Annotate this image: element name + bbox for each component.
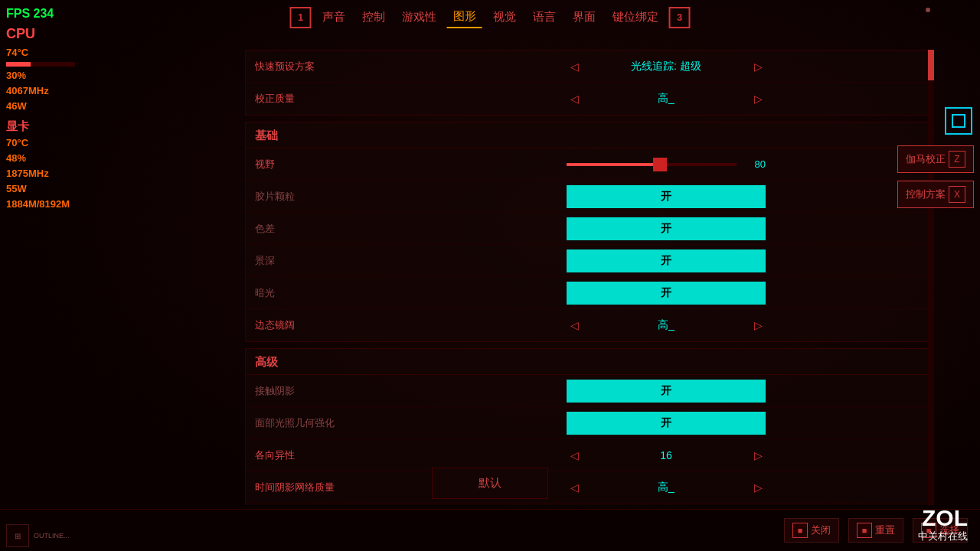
gpu-temp: 70°C — [6, 135, 75, 151]
bottom-hud-text: ⊞ — [15, 532, 21, 540]
ao-quality-label: 时间阴影网络质量 — [255, 481, 408, 494]
nav-box-1[interactable]: 1 — [290, 7, 312, 28]
quick-preset-value: 光线追踪: 超级 — [590, 60, 743, 73]
fov-label: 视野 — [255, 158, 408, 171]
nav-graphics[interactable]: 图形 — [447, 6, 482, 28]
dof-label: 景深 — [255, 254, 408, 268]
film-grain-label: 胶片颗粒 — [255, 190, 408, 204]
top-navigation: 1 声音 控制 游戏性 图形 视觉 语言 界面 键位绑定 3 — [290, 6, 691, 28]
close-label: 关闭 — [811, 523, 831, 537]
scrollbar[interactable] — [928, 50, 934, 505]
control-label: 控制方案 — [906, 187, 946, 201]
zol-logo: ZOL 中关村在线 — [918, 507, 968, 543]
close-key: ■ — [792, 523, 808, 538]
ao-quality-row: 时间阴影网络质量 ◁ 高_ ▷ — [246, 471, 933, 504]
cpu-usage: 30% — [6, 68, 75, 83]
reset-key: ■ — [857, 523, 872, 538]
bottom-bar: ⊞ OUTLINE... ■ 关闭 ■ 重置 ■ 选择 — [0, 509, 980, 551]
mini-box-inner — [952, 114, 965, 128]
scroll-thumb[interactable] — [928, 50, 934, 80]
bottom-hud: ⊞ OUTLINE... — [6, 524, 70, 547]
nav-box-3[interactable]: 3 — [669, 7, 691, 28]
vignette-control: 开 — [408, 282, 924, 305]
gpu-power: 55W — [6, 181, 75, 197]
quick-preset-control: ◁ 光线追踪: 超级 ▷ — [408, 60, 924, 73]
cpu-label: CPU — [6, 24, 75, 45]
cpu-bar — [6, 62, 75, 67]
basic-section: 基础 视野 80 胶片颗粒 开 — [245, 122, 934, 342]
quick-preset-left[interactable]: ◁ — [567, 60, 582, 73]
anisotropic-left[interactable]: ◁ — [567, 449, 582, 461]
calibration-selector: ◁ 高_ ▷ — [567, 92, 766, 106]
ao-quality-right[interactable]: ▷ — [750, 481, 766, 494]
gpu-label: 显卡 — [6, 117, 75, 135]
vignette-label: 暗光 — [255, 286, 408, 300]
contact-shadows-toggle[interactable]: 开 — [567, 380, 766, 403]
film-grain-row: 胶片颗粒 开 — [246, 181, 933, 213]
advanced-section-header: 高级 — [246, 349, 933, 375]
fov-control: 80 — [408, 158, 924, 170]
lens-flare-label: 边态镜阔 — [255, 318, 408, 332]
lens-flare-right[interactable]: ▷ — [750, 319, 766, 331]
anisotropic-selector: ◁ 16 ▷ — [567, 449, 766, 461]
cpu-power: 46W — [6, 99, 75, 114]
film-grain-toggle[interactable]: 开 — [567, 185, 766, 208]
lens-flare-left[interactable]: ◁ — [567, 319, 582, 331]
control-key: X — [949, 186, 965, 203]
facial-geo-toggle[interactable]: 开 — [567, 412, 766, 435]
advanced-section: 高级 接触阴影 开 面部光照几何强化 开 各向异性 ◁ — [245, 348, 934, 505]
gamma-key: Z — [949, 151, 965, 168]
chromatic-toggle[interactable]: 开 — [567, 217, 766, 240]
fov-value: 80 — [743, 158, 766, 170]
reset-button[interactable]: ■ 重置 — [848, 518, 903, 543]
facial-geo-row: 面部光照几何强化 开 — [246, 407, 933, 439]
nav-audio[interactable]: 声音 — [316, 7, 351, 28]
vignette-toggle[interactable]: 开 — [567, 282, 766, 305]
ao-quality-selector: ◁ 高_ ▷ — [567, 481, 766, 494]
quick-preset-right[interactable]: ▷ — [750, 60, 766, 73]
nav-language[interactable]: 语言 — [527, 7, 562, 28]
fov-track[interactable] — [567, 163, 737, 166]
quick-preset-row: 快速预设方案 ◁ 光线追踪: 超级 ▷ — [246, 51, 933, 83]
nav-visual[interactable]: 视觉 — [487, 7, 522, 28]
default-button[interactable]: 默认 — [432, 468, 548, 499]
chromatic-control: 开 — [408, 217, 924, 240]
nav-keybind[interactable]: 键位绑定 — [606, 7, 665, 28]
quick-preset-label: 快速预设方案 — [255, 60, 408, 73]
contact-shadows-row: 接触阴影 开 — [246, 375, 933, 407]
nav-gameplay[interactable]: 游戏性 — [396, 7, 443, 28]
calibration-left[interactable]: ◁ — [567, 93, 582, 105]
facial-geo-control: 开 — [408, 412, 924, 435]
calibration-value: 高_ — [590, 92, 743, 106]
anisotropic-label: 各向异性 — [255, 448, 408, 462]
fov-thumb[interactable] — [653, 158, 667, 171]
vignette-row: 暗光 开 — [246, 277, 933, 309]
gamma-calibrate-button[interactable]: 伽马校正 Z — [897, 145, 974, 173]
dof-toggle[interactable]: 开 — [567, 249, 766, 272]
anisotropic-control: ◁ 16 ▷ — [408, 449, 924, 461]
facial-geo-label: 面部光照几何强化 — [255, 416, 408, 430]
calibration-right[interactable]: ▷ — [750, 93, 766, 105]
close-button[interactable]: ■ 关闭 — [784, 518, 839, 543]
lens-flare-value: 高_ — [590, 318, 743, 332]
fps-counter: FPS 234 — [6, 5, 75, 24]
reset-label: 重置 — [875, 523, 895, 537]
calibration-row: 校正质量 ◁ 高_ ▷ — [246, 83, 933, 115]
dof-control: 开 — [408, 249, 924, 272]
anisotropic-right[interactable]: ▷ — [750, 449, 766, 461]
nav-controls[interactable]: 控制 — [356, 7, 391, 28]
ao-quality-value: 高_ — [590, 481, 743, 494]
cpu-freq: 4067MHz — [6, 83, 75, 99]
quick-preset-selector: ◁ 光线追踪: 超级 ▷ — [567, 60, 766, 73]
ao-quality2-row: 信息对比增强器 ◁ ... ▷ — [246, 504, 933, 505]
fov-slider-row: 80 — [567, 158, 766, 170]
chromatic-row: 色差 开 — [246, 213, 933, 245]
calibration-label: 校正质量 — [255, 92, 408, 106]
mini-window-button[interactable] — [945, 107, 972, 135]
ao-quality-left[interactable]: ◁ — [567, 481, 582, 494]
zol-subtext: 中关村在线 — [918, 530, 968, 543]
nav-interface[interactable]: 界面 — [567, 7, 602, 28]
control-scheme-button[interactable]: 控制方案 X — [897, 181, 974, 208]
contact-shadows-label: 接触阴影 — [255, 384, 408, 398]
scroll-container: 快速预设方案 ◁ 光线追踪: 超级 ▷ 校正质量 ◁ 高_ — [245, 50, 934, 505]
